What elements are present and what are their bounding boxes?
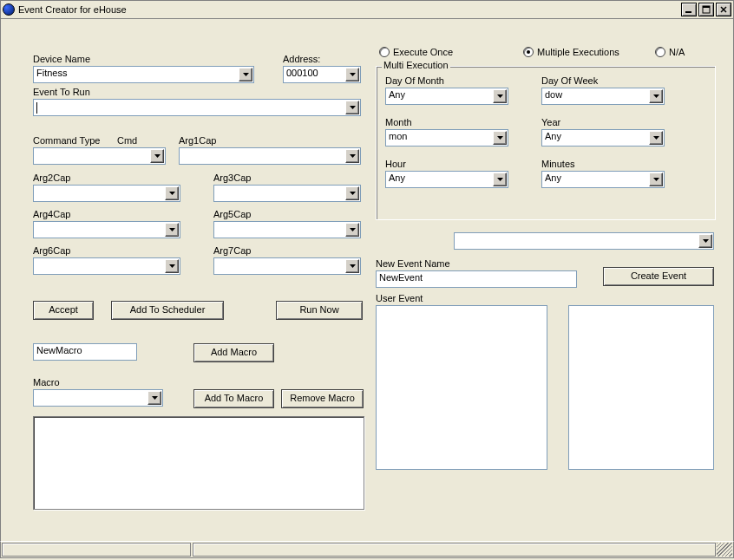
hour-combo[interactable]: Any [385,171,508,188]
status-bar [0,541,734,558]
arg5-combo[interactable] [213,221,361,238]
macro-textarea[interactable] [33,416,364,510]
multi-execution-legend: Multi Execution [382,60,450,70]
chevron-down-icon [345,68,359,81]
na-radio[interactable]: N/A [655,47,685,57]
svg-marker-17 [497,94,503,98]
svg-marker-22 [653,178,659,181]
month-value: mon [389,131,407,141]
execute-once-label: Execute Once [393,47,453,57]
chevron-down-icon [493,89,507,103]
arg7-combo[interactable] [213,257,361,275]
arg4-combo[interactable] [33,221,180,238]
svg-marker-18 [653,94,659,98]
day-of-week-value: dow [545,89,562,100]
new-macro-value: NewMacro [36,345,82,355]
arg1-label: Arg1Cap [179,135,216,146]
chevron-down-icon [150,149,164,163]
svg-marker-7 [350,106,356,109]
resize-grip-icon[interactable] [717,543,732,557]
svg-marker-19 [497,136,503,140]
text-caret [36,102,37,114]
chevron-down-icon [649,131,663,145]
close-button[interactable] [716,3,731,16]
svg-marker-5 [243,73,249,76]
arg3-combo[interactable] [213,185,361,202]
chevron-down-icon [345,186,359,200]
year-label: Year [541,117,560,127]
day-of-month-combo[interactable]: Any [385,88,508,105]
chevron-down-icon [649,173,663,186]
multiple-executions-radio[interactable]: Multiple Executions [523,47,619,57]
chevron-down-icon [493,173,507,186]
chevron-down-icon [165,223,179,237]
arg1-combo[interactable] [179,147,361,165]
multi-execution-group: Multi Execution Day Of Month Any Day Of … [376,66,716,220]
address-combo[interactable]: 000100 [283,66,361,83]
command-type-combo[interactable] [33,147,166,165]
user-event-list[interactable] [376,305,547,470]
run-now-button[interactable]: Run Now [276,301,363,320]
hour-value: Any [389,173,405,183]
svg-marker-14 [169,264,175,268]
radio-icon [655,47,665,57]
unnamed-combo[interactable] [454,232,714,250]
remove-macro-button[interactable]: Remove Macro [281,389,364,408]
new-event-name-label: New Event Name [376,258,450,269]
year-combo[interactable]: Any [541,129,665,147]
client-area: Device Name Fitness Address: 000100 Even… [0,19,734,541]
user-event-label: User Event [376,293,423,303]
macro-label: Macro [33,377,60,387]
chevron-down-icon [165,259,179,273]
hour-label: Hour [385,159,406,169]
multiple-executions-label: Multiple Executions [537,47,619,57]
add-to-macro-button[interactable]: Add To Macro [193,389,274,408]
arg6-label: Arg6Cap [33,245,70,256]
address-value: 000100 [286,68,318,78]
arg3-label: Arg3Cap [213,173,251,183]
svg-marker-20 [653,136,659,140]
device-name-combo[interactable]: Fitness [33,66,254,83]
event-to-run-label: Event To Run [33,87,90,97]
minutes-combo[interactable]: Any [541,171,665,188]
add-macro-button[interactable]: Add Macro [193,343,274,362]
execute-once-radio[interactable]: Execute Once [379,47,453,57]
chevron-down-icon [649,89,663,103]
arg5-label: Arg5Cap [213,209,251,219]
arg2-label: Arg2Cap [33,173,70,183]
events-list[interactable] [568,305,714,470]
add-to-scheduler-button[interactable]: Add To Scheduler [111,301,224,320]
arg7-label: Arg7Cap [213,245,251,256]
svg-marker-23 [703,239,709,243]
minimize-button[interactable] [681,3,697,16]
arg6-combo[interactable] [33,257,180,275]
event-to-run-combo[interactable] [33,99,361,116]
day-of-week-combo[interactable]: dow [541,88,665,105]
cmd-label: Cmd [117,135,137,146]
close-icon [719,5,728,14]
minutes-label: Minutes [541,159,575,169]
address-label: Address: [283,54,320,64]
macro-combo[interactable] [33,389,163,407]
month-combo[interactable]: mon [385,129,508,147]
chevron-down-icon [698,234,712,248]
minutes-value: Any [545,173,561,183]
device-name-label: Device Name [33,54,90,64]
svg-marker-16 [152,396,158,400]
accept-button[interactable]: Accept [33,301,94,320]
maximize-button[interactable] [698,3,714,16]
arg2-combo[interactable] [33,185,180,202]
svg-marker-13 [350,228,356,231]
svg-marker-9 [350,154,356,158]
svg-rect-0 [685,11,691,13]
radio-icon [523,47,534,57]
chevron-down-icon [345,259,359,273]
command-type-label: Command Type [33,135,100,146]
svg-rect-2 [703,6,710,8]
day-of-month-value: Any [389,89,405,100]
new-event-name-input[interactable]: NewEvent [376,270,577,288]
svg-marker-12 [169,228,175,231]
create-event-button[interactable]: Create Event [603,267,714,286]
chevron-down-icon [239,68,252,81]
new-macro-input[interactable]: NewMacro [33,343,137,361]
